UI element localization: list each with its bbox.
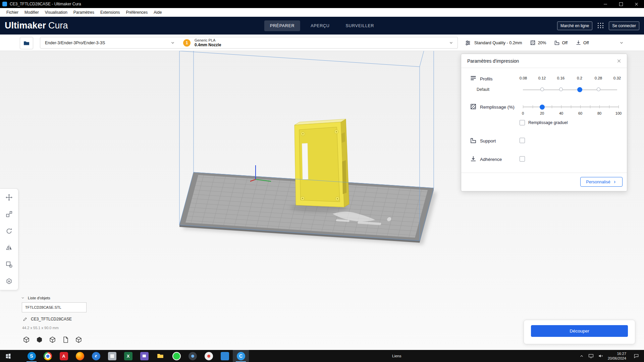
infill-tick-label: 0 [522,111,524,115]
slice-action-panel: Découper [524,320,635,344]
taskbar-app-excel[interactable]: X [120,350,136,362]
taskbar-app-cura[interactable]: C [233,350,249,362]
profile-slider-stop[interactable] [597,87,600,91]
print-settings-summary[interactable]: Standard Quality - 0.2mm 20% Off Off [465,37,627,49]
material-name: Generic PLA [195,38,221,43]
profile-slider-stop[interactable] [559,87,563,91]
adhesion-checkbox[interactable] [520,156,525,162]
taskbar-app-skype[interactable]: S [23,350,40,362]
links-toolbar[interactable]: Liens [392,350,401,362]
per-model-settings-button[interactable] [2,258,16,271]
model-tftlcd28case[interactable] [294,119,349,207]
profile-slider-handle[interactable] [577,87,582,92]
marketplace-button[interactable]: Marché en ligne [557,21,592,30]
cura-app-icon [2,2,7,6]
object-action-button-4[interactable] [61,335,70,344]
start-button[interactable] [0,350,16,362]
chevron-down-icon [170,41,175,45]
display-tray-icon[interactable] [588,353,594,359]
taskbar-app-explorer[interactable] [152,350,168,362]
chrome-icon [44,352,52,360]
profile-slider-stop[interactable] [540,87,544,91]
object-list-item[interactable]: TFTLCD28CASE.STL [22,302,87,312]
infill-slider-handle[interactable] [540,105,545,110]
tab-preparer[interactable]: PRÉPARER [264,20,300,31]
menu-bar: Fichier Modifier Visualisation Paramètre… [0,8,644,17]
support-blocker-icon [5,278,13,285]
tab-surveiller[interactable]: SURVEILLER [340,20,380,31]
menu-modifier[interactable]: Modifier [21,8,42,17]
support-label: Support [480,138,496,144]
folder-icon [23,40,30,47]
rotate-tool-button[interactable] [2,224,16,238]
edge-icon: e [92,352,100,360]
support-checkbox[interactable] [520,138,525,143]
menu-parametres[interactable]: Paramètres [70,8,97,17]
infill-tick-label: 80 [597,111,601,115]
taskbar-app-12[interactable] [217,350,233,362]
support-blocker-button[interactable] [2,275,16,288]
taskbar-app-10[interactable] [184,350,201,362]
infill-summary: 20% [538,41,546,45]
menu-visualisation[interactable]: Visualisation [42,8,70,17]
object-list-header[interactable]: Liste d'objets [21,296,50,300]
object-action-button-2[interactable] [35,335,44,344]
profile-slider-track[interactable] [523,89,617,90]
taskbar-app-edge[interactable]: e [88,350,104,362]
taskbar-app-chrome[interactable] [40,350,56,362]
slice-button[interactable]: Découper [531,325,628,337]
taskbar-app-whatsapp[interactable] [168,350,184,362]
mirror-tool-button[interactable] [2,241,16,254]
open-file-button[interactable] [20,37,33,49]
taskbar-clock[interactable]: 16:27 20/06/2024 [608,351,626,361]
custom-settings-button[interactable]: Personnalisé [580,177,623,187]
profile-value: 0.32 [613,76,621,80]
close-icon[interactable] [617,59,621,63]
action-center-button[interactable] [631,350,642,362]
infill-slider-track[interactable] [523,107,619,107]
tab-apercu[interactable]: APERÇU [305,20,335,31]
taskbar-app-system[interactable] [104,350,120,362]
material-selector[interactable]: 1 Generic PLA 0.4mm Nozzle [179,37,458,49]
apps-grid-icon[interactable] [598,23,603,28]
profile-value: 0.12 [538,76,546,80]
profile-summary: Standard Quality - 0.2mm [474,41,522,45]
gradual-infill-checkbox[interactable] [520,120,525,125]
sliders-icon [465,40,471,46]
app-icon [140,352,149,360]
tray-expand-icon[interactable] [579,354,584,358]
app-icon [189,352,197,360]
support-summary: Off [562,41,567,45]
object-action-button-1[interactable] [21,335,31,344]
infill-icon [470,103,477,110]
scale-tool-button[interactable] [2,207,16,221]
configuration-toolbar: Ender-3/Ender-3Pro/Ender-3-3S 1 Generic … [0,35,644,51]
sign-in-button[interactable]: Se connecter [609,21,639,30]
move-tool-button[interactable] [2,191,16,204]
menu-extensions[interactable]: Extensions [97,8,123,17]
taskbar-app-7[interactable] [136,350,152,362]
adhesion-label: Adhérence [480,157,502,163]
object-action-button-5[interactable] [74,335,83,344]
object-action-button-3[interactable] [48,335,57,344]
brand-cura: Cura [48,20,68,31]
minimize-button[interactable] [598,0,613,8]
taskbar-app-firefox[interactable] [72,350,88,362]
printer-selector[interactable]: Ender-3/Ender-3Pro/Ender-3-3S [40,37,179,49]
move-icon [5,194,13,201]
taskbar-app-11[interactable] [201,350,217,362]
menu-fichier[interactable]: Fichier [3,8,21,17]
maximize-button[interactable] [613,0,629,8]
taskbar-app-acrobat[interactable]: A [56,350,72,362]
project-name-row[interactable]: CE3_TFTLCD28CASE [23,317,72,321]
model-side-cutout [342,160,346,194]
menu-preferences[interactable]: Préférences [123,8,151,17]
adhesion-icon [576,40,581,46]
menu-aide[interactable]: Aide [151,8,165,17]
close-button[interactable] [629,0,644,8]
pencil-icon[interactable] [23,317,28,321]
file-explorer-icon [156,352,165,360]
infill-label: Remplissage (%) [480,104,515,110]
volume-muted-icon[interactable] [598,353,603,359]
adhesion-summary: Off [583,41,589,45]
